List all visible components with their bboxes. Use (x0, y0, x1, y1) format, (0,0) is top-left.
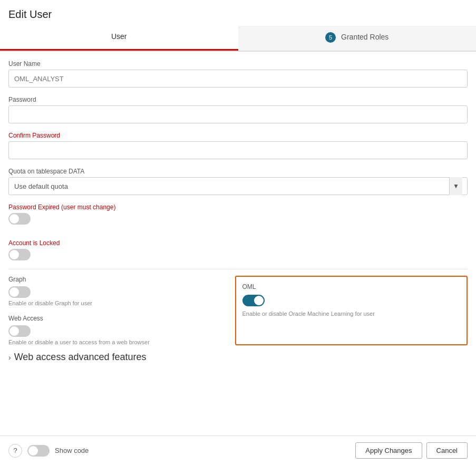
quota-label: Quota on tablespace DATA (8, 168, 468, 175)
oml-toggle[interactable] (242, 295, 265, 306)
page-container: Edit User User 5 Granted Roles User Name… (0, 0, 476, 465)
password-group: Password (8, 96, 468, 123)
quota-select[interactable]: Use default quota Unlimited 100 MB 500 M… (8, 177, 468, 195)
tab-badge: 5 (325, 32, 336, 43)
form-content: User Name Password Confirm Password Quot… (0, 52, 476, 435)
confirm-password-group: Confirm Password (8, 132, 468, 159)
confirm-password-input[interactable] (8, 141, 468, 159)
tab-user-label: User (111, 32, 127, 41)
show-code-slider (27, 445, 50, 457)
quota-group: Quota on tablespace DATA Use default quo… (8, 168, 468, 195)
help-button[interactable]: ? (8, 444, 22, 458)
username-input[interactable] (8, 70, 468, 88)
oml-hint: Enable or disable Oracle Machine Learnin… (242, 311, 461, 317)
web-access-advanced-header[interactable]: › Web access advanced features (8, 345, 468, 369)
web-access-hint: Enable or disable a user to access from … (8, 339, 227, 345)
tab-user[interactable]: User (0, 26, 238, 51)
username-label: User Name (8, 60, 468, 67)
password-input[interactable] (8, 105, 468, 123)
account-locked-label: Account is Locked (8, 239, 468, 247)
graph-toggle[interactable] (8, 286, 31, 298)
password-expired-group: Password Expired (user must change) (8, 204, 468, 225)
password-expired-label: Password Expired (user must change) (8, 204, 468, 211)
graph-label: Graph (8, 276, 227, 283)
web-access-slider (8, 325, 31, 337)
oml-group: OML Enable or disable Oracle Machine Lea… (235, 276, 468, 345)
graph-hint: Enable or disable Graph for user (8, 300, 227, 306)
confirm-password-label: Confirm Password (8, 132, 468, 139)
account-locked-toggle[interactable] (8, 249, 31, 260)
two-col-section: Graph Enable or disable Graph for user W… (8, 276, 468, 345)
footer: ? Show code Apply Changes Cancel (0, 435, 476, 465)
divider-1 (8, 269, 468, 269)
cancel-button[interactable]: Cancel (426, 442, 468, 459)
account-locked-group: Account is Locked (8, 239, 468, 260)
footer-right: Apply Changes Cancel (355, 442, 468, 459)
footer-left: ? Show code (8, 444, 89, 458)
password-label: Password (8, 96, 468, 103)
tab-granted-roles-label: Granted Roles (341, 33, 388, 41)
apply-changes-button[interactable]: Apply Changes (355, 442, 422, 459)
graph-slider (8, 286, 31, 298)
oml-label: OML (242, 283, 461, 290)
oml-slider (242, 295, 265, 306)
tab-granted-roles[interactable]: 5 Granted Roles (238, 26, 477, 51)
tabs: User 5 Granted Roles (0, 26, 476, 52)
web-access-advanced-label: Web access advanced features (14, 352, 147, 363)
show-code-toggle[interactable] (27, 445, 50, 457)
show-code-label: Show code (55, 447, 89, 454)
quota-select-wrapper: Use default quota Unlimited 100 MB 500 M… (8, 177, 468, 195)
web-access-toggle[interactable] (8, 325, 31, 337)
password-expired-slider (8, 213, 31, 225)
page-title: Edit User (0, 0, 476, 26)
web-access-group: Web Access Enable or disable a user to a… (8, 315, 227, 345)
username-group: User Name (8, 60, 468, 88)
chevron-right-icon: › (8, 353, 11, 362)
password-expired-toggle[interactable] (8, 213, 31, 225)
col-left: Graph Enable or disable Graph for user W… (8, 276, 235, 345)
graph-group: Graph Enable or disable Graph for user (8, 276, 227, 306)
account-locked-slider (8, 249, 31, 260)
web-access-label: Web Access (8, 315, 227, 322)
